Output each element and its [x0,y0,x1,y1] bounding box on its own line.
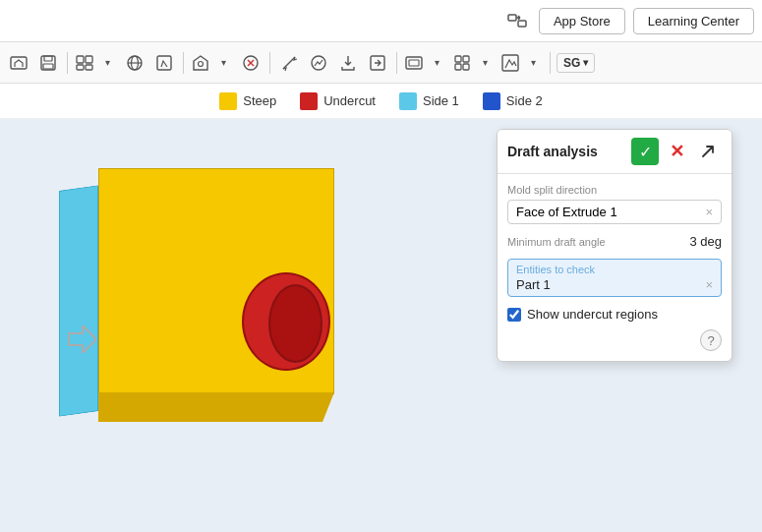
toolbar-separator-5 [550,52,551,74]
viewport-label[interactable]: SG ▾ [557,53,595,73]
learning-center-button[interactable]: Learning Center [633,8,754,34]
svg-rect-8 [77,65,84,70]
measure-icon[interactable] [276,50,302,76]
steep-label: Steep [243,93,276,108]
top-bar: App Store Learning Center [0,0,762,42]
import-icon[interactable] [365,50,390,76]
svg-rect-23 [463,56,469,62]
panel-body: Mold split direction Face of Extrude 1 ×… [498,174,732,361]
box-side-face [59,185,98,417]
red-ellipse [242,272,330,371]
min-draft-label: Minimum draft angle [507,236,606,248]
svg-rect-26 [502,55,518,71]
home-icon[interactable] [6,50,31,76]
panel-header: Draft analysis ✓ ✕ [498,130,732,174]
svg-rect-25 [463,64,469,70]
sketch-icon[interactable] [151,50,177,76]
viewport-label-text: SG [563,56,580,70]
export-icon[interactable] [335,50,361,76]
assembly-icon[interactable] [122,50,147,76]
viewport-arrow: ▾ [583,57,588,68]
svg-rect-7 [86,56,92,63]
feature-dropdown-arrow[interactable]: ▾ [212,50,234,76]
side2-label: Side 2 [506,93,543,108]
render-dropdown[interactable]: ▾ [499,50,544,76]
side1-swatch [399,92,417,110]
undercut-swatch [300,92,318,110]
save-icon[interactable] [35,50,61,76]
show-undercut-label: Show undercut regions [527,307,658,322]
confirm-button[interactable]: ✓ [631,138,659,165]
svg-marker-27 [69,325,96,353]
entities-value: Part 1 [516,277,551,292]
mold-split-group: Mold split direction Face of Extrude 1 × [507,184,722,224]
display-icon [403,50,425,76]
min-draft-row: Minimum draft angle 3 deg [507,234,722,249]
cancel-button[interactable]: ✕ [663,138,690,165]
svg-rect-24 [455,64,461,70]
legend-undercut: Undercut [300,92,376,110]
entities-group: Entities to check Part 1 × [507,259,722,297]
analysis-icon[interactable] [306,50,331,76]
parts-icon [451,50,473,76]
render-dropdown-arrow[interactable]: ▾ [522,50,544,76]
draft-analysis-panel: Draft analysis ✓ ✕ Mold split direction … [497,129,733,362]
legend-side2: Side 2 [483,92,543,110]
help-row: ? [507,329,722,351]
toolbar: ▾ ▾ [0,42,762,84]
left-arrow[interactable] [65,325,96,359]
legend-bar: Steep Undercut Side 1 Side 2 [0,84,762,119]
mold-split-value-row[interactable]: Face of Extrude 1 × [507,200,722,224]
show-undercut-row: Show undercut regions [507,307,722,322]
entities-value-row: Part 1 × [516,277,713,292]
undercut-label: Undercut [323,93,376,108]
help-button[interactable]: ? [700,329,722,351]
app-store-button[interactable]: App Store [539,8,625,34]
side2-swatch [483,92,500,110]
toolbar-separator-2 [183,52,184,74]
toolbar-separator-3 [269,52,270,74]
show-undercut-checkbox[interactable] [507,308,521,322]
entities-label: Entities to check [516,264,713,275]
side1-label: Side 1 [423,93,459,108]
mold-split-value: Face of Extrude 1 [516,205,617,219]
parts-dropdown-arrow[interactable]: ▾ [474,50,496,76]
display-dropdown-arrow[interactable]: ▾ [426,50,447,76]
render-icon [499,50,521,76]
panel-title: Draft analysis [507,144,598,159]
view-dropdown-arrow[interactable]: ▾ [96,50,118,76]
box-front-face [98,168,334,394]
main-viewport[interactable]: Draft analysis ✓ ✕ Mold split direction … [0,119,762,532]
feature-dropdown[interactable]: ▾ [190,50,234,76]
view-dropdown[interactable]: ▾ [74,50,118,76]
entities-clear[interactable]: × [705,277,713,292]
box-bottom-face [98,392,334,422]
svg-rect-9 [86,65,92,70]
svg-rect-1 [518,21,526,27]
entities-box[interactable]: Entities to check Part 1 × [507,259,722,297]
red-ellipse-inner [268,284,322,363]
svg-rect-0 [508,15,516,21]
toolbar-separator-1 [67,52,68,74]
integration-icon[interactable] [503,7,531,34]
svg-rect-2 [11,57,27,69]
view-icon [74,50,95,76]
min-draft-value: 3 deg [689,234,722,249]
legend-side1: Side 1 [399,92,459,110]
parts-dropdown[interactable]: ▾ [451,50,496,76]
mold-split-clear[interactable]: × [705,205,713,219]
toolbar-separator-4 [396,52,397,74]
svg-rect-5 [43,64,53,69]
display-dropdown[interactable]: ▾ [403,50,447,76]
svg-rect-22 [455,56,461,62]
svg-rect-20 [406,57,422,69]
mold-split-label: Mold split direction [507,184,722,196]
svg-rect-21 [409,60,419,66]
delete-icon[interactable] [238,50,264,76]
expand-button[interactable] [694,138,722,165]
steep-swatch [219,92,237,110]
feature-icon [190,50,211,76]
svg-point-14 [199,61,204,66]
panel-header-actions: ✓ ✕ [631,138,722,165]
svg-rect-6 [77,56,84,63]
